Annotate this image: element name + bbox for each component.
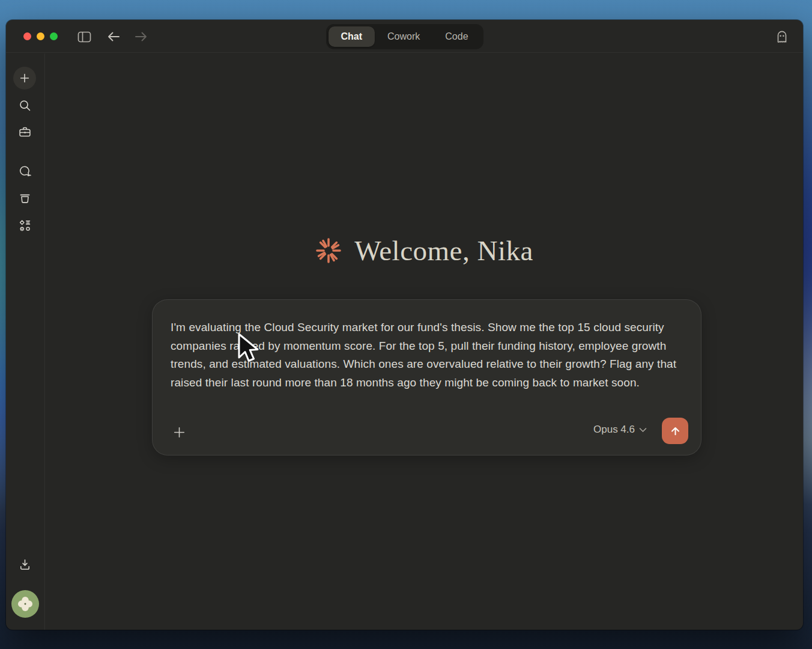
projects-button[interactable] — [14, 121, 35, 142]
main-content: Welcome, Nika I'm evaluating the Cloud S… — [45, 53, 803, 630]
back-button[interactable] — [105, 28, 123, 45]
close-button[interactable] — [23, 32, 31, 40]
connectors-icon — [18, 219, 32, 233]
clover-icon — [15, 594, 35, 614]
minimize-button[interactable] — [37, 32, 44, 40]
sidebar — [6, 53, 45, 630]
search-icon — [18, 99, 32, 112]
send-icon — [669, 425, 682, 437]
tab-chat[interactable]: Chat — [328, 26, 375, 47]
greeting-text: Welcome, Nika — [354, 234, 533, 267]
model-chevron-icon — [639, 427, 647, 433]
zoom-button[interactable] — [50, 32, 58, 40]
composer-card: I'm evaluating the Cloud Security market… — [152, 299, 701, 456]
traffic-lights — [23, 32, 58, 40]
app-window: Chat Cowork Code — [6, 20, 803, 630]
attach-button[interactable] — [168, 421, 190, 443]
chats-icon — [18, 165, 32, 178]
model-selector[interactable]: Opus 4.6 — [593, 420, 647, 439]
search-button[interactable] — [14, 94, 35, 116]
incognito-icon — [774, 29, 790, 44]
chats-button[interactable] — [14, 160, 35, 182]
sidebar-toggle-button[interactable] — [75, 28, 93, 45]
message-input[interactable]: I'm evaluating the Cloud Security market… — [171, 318, 688, 392]
panel-toggle-icon — [77, 31, 91, 43]
greeting: Welcome, Nika — [45, 231, 803, 270]
mode-switcher: Chat Cowork Code — [326, 24, 483, 49]
model-selector-label: Opus 4.6 — [593, 424, 635, 436]
incognito-button[interactable] — [773, 28, 791, 45]
artifacts-icon — [18, 192, 32, 206]
send-button[interactable] — [662, 418, 688, 444]
downloads-button[interactable] — [14, 553, 35, 575]
forward-icon — [134, 31, 148, 43]
attach-icon — [172, 425, 187, 440]
titlebar: Chat Cowork Code — [6, 20, 803, 53]
claude-logo-icon — [315, 237, 342, 264]
tab-cowork[interactable]: Cowork — [375, 26, 432, 47]
back-icon — [106, 31, 121, 43]
artifacts-button[interactable] — [14, 187, 35, 209]
tab-code[interactable]: Code — [432, 26, 480, 47]
new-chat-icon — [18, 72, 31, 85]
desktop-background: { "titlebar": { "tabs": [ { "label": "Ch… — [0, 0, 812, 649]
downloads-icon — [18, 558, 32, 571]
projects-icon — [18, 125, 32, 139]
connectors-button[interactable] — [14, 215, 35, 236]
account-avatar[interactable] — [11, 590, 39, 618]
forward-button[interactable] — [132, 28, 150, 45]
new-chat-button[interactable] — [13, 67, 36, 90]
